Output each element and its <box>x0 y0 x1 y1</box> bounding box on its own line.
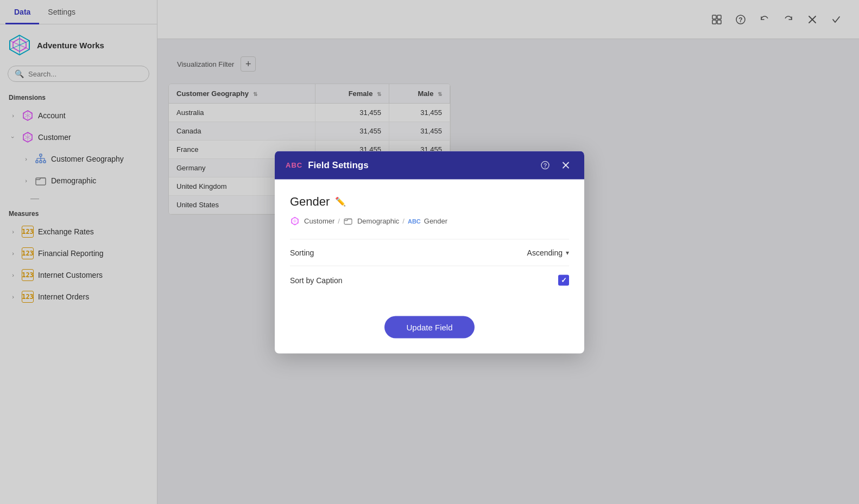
sorting-value: Ascending <box>527 248 563 257</box>
dialog-help-button[interactable]: ? <box>538 157 553 173</box>
sort-by-caption-label: Sort by Caption <box>290 276 343 284</box>
dialog-footer: Update Field <box>275 305 584 353</box>
breadcrumb-gender-abc-icon: ABC <box>408 218 421 224</box>
sort-by-caption-row: Sort by Caption <box>290 265 569 294</box>
breadcrumb-demographic-icon <box>343 216 353 226</box>
breadcrumb-gender-label: Gender <box>424 217 447 225</box>
breadcrumb-sep-1: / <box>338 217 340 225</box>
field-settings-dialog: ABC Field Settings ? Gender ✏️ <box>275 151 584 353</box>
update-field-button[interactable]: Update Field <box>384 316 474 338</box>
breadcrumb-sep-2: / <box>402 217 405 225</box>
chevron-down-icon: ▾ <box>566 248 569 256</box>
dialog-title: Field Settings <box>308 160 532 170</box>
breadcrumb-customer-label: Customer <box>304 217 334 225</box>
breadcrumb-demographic-label: Demographic <box>357 217 399 225</box>
dialog-close-button[interactable] <box>558 157 573 173</box>
dialog-header-abc: ABC <box>286 161 302 169</box>
dialog-field-title: Gender ✏️ <box>290 194 569 208</box>
dialog-field-name: Gender <box>290 194 330 208</box>
svg-text:?: ? <box>544 162 547 169</box>
sort-by-caption-checkbox[interactable] <box>558 275 569 285</box>
dialog-header: ABC Field Settings ? <box>275 151 584 179</box>
breadcrumb-customer-icon <box>290 216 300 226</box>
sorting-row: Sorting Ascending ▾ <box>290 239 569 265</box>
dialog-body: Gender ✏️ Customer / Demographic <box>275 179 584 305</box>
edit-field-name-icon[interactable]: ✏️ <box>335 196 346 207</box>
sorting-select[interactable]: Ascending ▾ <box>527 248 569 257</box>
svg-rect-27 <box>344 219 352 224</box>
dialog-breadcrumb: Customer / Demographic / ABC Gender <box>290 216 569 226</box>
sorting-label: Sorting <box>290 248 314 257</box>
